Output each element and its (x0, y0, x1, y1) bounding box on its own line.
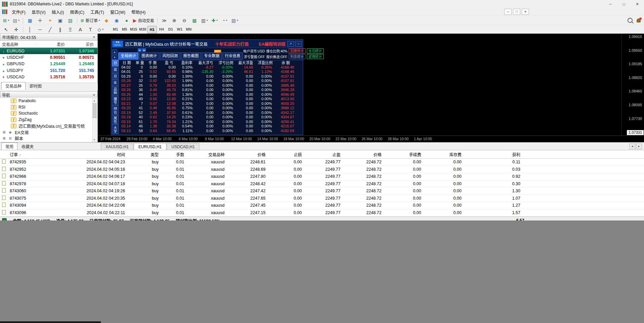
ea-panel-header[interactable]: FX DATA 迈汇数据 | MyfxData.cn 统计分析每一笔交易 十年实… (111, 40, 303, 48)
timeframe-mn-button[interactable]: MN (184, 26, 193, 33)
navigator-item-7[interactable]: ⊞≣脚本 (0, 135, 97, 142)
timeframe-m30-button[interactable]: M30 (138, 26, 147, 33)
position-stats-button[interactable]: 仓位统计 (307, 48, 324, 53)
navigator-item-3[interactable]: ƒStochastic (0, 110, 97, 117)
trendline-tool-button[interactable]: ╱ (45, 26, 55, 33)
add-indicator-button[interactable]: ✚▾ (210, 17, 219, 24)
ea-tab-1[interactable]: 全局统计 (118, 52, 138, 59)
child-close-button[interactable]: ✕ (522, 9, 529, 15)
child-restore-button[interactable]: □ (513, 9, 520, 15)
maximize-button[interactable]: □ (617, 0, 631, 8)
terminal-column-9[interactable]: 价格 (343, 152, 384, 157)
order-row[interactable]: 87429662024.04.02 04:06:17buy0.01xauusd2… (0, 173, 644, 180)
templates-button[interactable]: ▨▾ (230, 17, 240, 24)
menu-item-4[interactable]: 图表(C) (67, 8, 87, 16)
ea-side-tab-6[interactable]: 魔号 (112, 96, 119, 106)
child-minimize-button[interactable]: ─ (504, 9, 512, 15)
market-watch-tab-1[interactable]: 交易品种 (1, 82, 26, 90)
panel-mini-icon-w[interactable]: w (142, 48, 146, 52)
timeframe-m1-button[interactable]: M1 (111, 26, 120, 33)
webtrader-button[interactable]: ● (122, 17, 131, 24)
scroll-down-icon[interactable]: ▼ (92, 137, 96, 142)
navigator-item-2[interactable]: ƒRSI (0, 104, 97, 111)
terminal-column-11[interactable]: 库存费 (424, 152, 464, 157)
terminal-column-8[interactable]: 止盈 (305, 152, 343, 157)
profiles-button[interactable]: ▤▾ (11, 17, 21, 24)
timeframe-w1-button[interactable]: W1 (175, 26, 184, 33)
new-chart-button[interactable]: ⊞▾ (1, 17, 11, 24)
chart-tab-eurusd-h1[interactable]: EURUSD,H1 (134, 143, 166, 150)
market-row-gbpusd[interactable]: ▲GBPUSD1.254491.25465 (0, 61, 97, 67)
ea-tab-5[interactable]: 专业数据HOT (202, 52, 222, 59)
close-button[interactable]: ✕ (631, 0, 644, 8)
ea-side-tab-1[interactable]: 日 (112, 60, 119, 66)
navigator-toggle-button[interactable]: ✦ (45, 17, 55, 24)
navigator-tab-1[interactable]: 常用 (1, 143, 17, 150)
terminal-column-12[interactable]: 获利 (464, 152, 523, 157)
scrollbar-thumb[interactable] (93, 103, 96, 118)
market-row-usdchf[interactable]: ▼USDCHF0.905510.90571 (0, 54, 97, 60)
menu-item-5[interactable]: 工具(T) (87, 8, 107, 16)
tab-scroll-right-icon[interactable]: ► (636, 144, 642, 149)
navigator-item-1[interactable]: ƒParabolic (0, 98, 97, 104)
data-window-toggle-button[interactable]: ✛ (35, 17, 45, 24)
horizontal-line-tool-button[interactable]: ─ (35, 26, 45, 33)
zoom-in-button[interactable]: ⊕ (170, 17, 179, 24)
panel-minimize-button[interactable]: ─ (295, 41, 302, 47)
menu-item-3[interactable]: 插入(I) (49, 8, 67, 16)
scroll-up-icon[interactable]: ▲ (92, 98, 96, 103)
text-tool-button[interactable]: A (76, 26, 85, 33)
interest-stats-button[interactable]: 利息统计 (289, 54, 306, 59)
chart-area[interactable]: 1.099151.095501.091851.088201.084601.080… (98, 34, 644, 142)
close-icon[interactable]: ✕ (93, 93, 95, 97)
ea-side-tab-2[interactable]: 周 (112, 67, 119, 73)
arrange-charts-button[interactable]: ▥▾ (200, 17, 209, 24)
chart-tab-xauusd-h1[interactable]: XAUUSD,H1 (101, 143, 133, 150)
terminal-column-10[interactable]: 手续费 (384, 152, 424, 157)
tile-windows-button[interactable]: ▦ (190, 17, 199, 24)
cursor-tool-button[interactable]: ↖ (1, 26, 11, 33)
order-row[interactable]: 87430942024.04.02 04:22:06buy0.01xauusd2… (0, 202, 644, 209)
timeframe-h1-button[interactable]: H1 (147, 26, 157, 33)
auto-trading-button[interactable]: ▶自动交易 (132, 17, 155, 24)
notification-bell-icon[interactable] (637, 18, 641, 23)
terminal-column-4[interactable]: 手数 (161, 152, 187, 157)
navigator-item-5[interactable]: ƒ迈汇数据(MyfxData.cn)_交易盈亏统 (0, 123, 97, 129)
minimize-button[interactable]: ─ (604, 0, 617, 8)
market-row-usdjpy[interactable]: ▲USDJPY151.720151.745 (0, 67, 97, 74)
drawdown-stats-button[interactable]: 回撤统计 (289, 48, 306, 53)
label-tool-button[interactable]: T (86, 26, 95, 33)
expand-icon[interactable]: ⊞ (3, 136, 7, 140)
ea-tab-3[interactable]: 风险回测 (160, 52, 180, 59)
ea-side-tab-8[interactable]: 属性 (112, 115, 119, 125)
ea-tab-4[interactable]: 报告截图 (181, 52, 201, 59)
fibonacci-tool-button[interactable]: Ξ (66, 26, 75, 33)
navigator-item-6[interactable]: ⊞◆EA交易 (0, 129, 97, 135)
panel-expand-button[interactable]: ↗ (287, 41, 294, 47)
terminal-toggle-button[interactable]: ▣ (55, 17, 65, 24)
terminal-column-2[interactable]: 时间 (77, 152, 128, 157)
menu-item-2[interactable]: 显示(V) (29, 8, 49, 16)
timeframe-m5-button[interactable]: M5 (120, 26, 129, 33)
chart-tab-usdcad-h1[interactable]: USDCAD,H1 (167, 143, 199, 150)
timeframe-m15-button[interactable]: M15 (129, 26, 138, 33)
ea-tab-6[interactable]: 行业信息 (223, 52, 243, 59)
ea-scroll-up-button[interactable]: ▲ (112, 49, 117, 54)
tab-scroll-left-icon[interactable]: ◄ (629, 144, 635, 149)
navigator-item-4[interactable]: ƒZigZag (0, 117, 97, 123)
close-icon[interactable]: ✕ (93, 35, 95, 39)
periods-button[interactable]: ◔▾ (220, 17, 230, 24)
terminal-column-5[interactable]: 交易品种 (187, 152, 227, 157)
rebate-stats-button[interactable]: 返佣统计 (307, 54, 324, 59)
search-icon[interactable] (628, 18, 633, 23)
strategy-tester-button[interactable]: ▧ (66, 17, 75, 24)
ea-side-tab-4[interactable]: 年 (112, 80, 119, 86)
ea-side-tab-9[interactable]: 大字 (112, 125, 119, 134)
ea-tab-2[interactable]: 图表统计 (139, 52, 159, 59)
channel-tool-button[interactable]: ∥ (55, 26, 65, 33)
order-row[interactable]: 87430962024.04.02 04:22:11buy0.01xauusd2… (0, 209, 644, 217)
order-row[interactable]: 87430752024.04.02 04:20:35buy0.01xauusd2… (0, 195, 644, 202)
terminal-column-3[interactable]: 类型 (128, 152, 161, 157)
order-row[interactable]: 87430602024.04.02 04:19:26buy0.01xauusd2… (0, 188, 644, 195)
menu-item-7[interactable]: 帮助(H) (128, 8, 149, 16)
